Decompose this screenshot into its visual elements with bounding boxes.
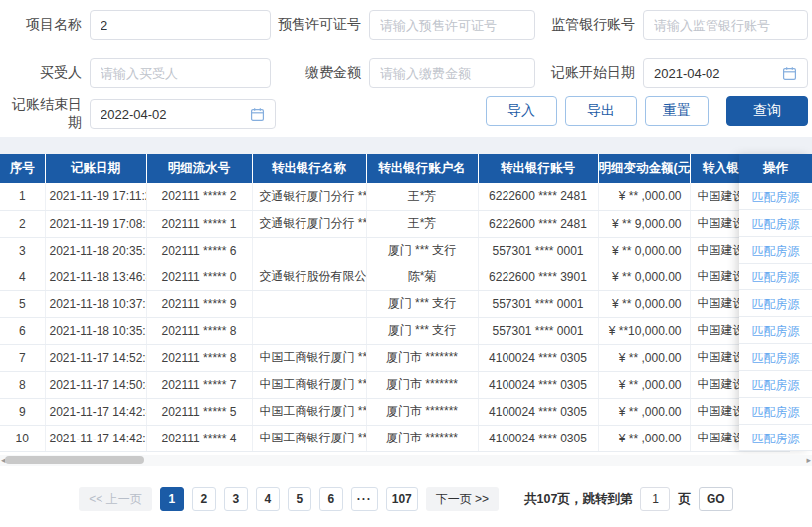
page-button-3[interactable]: 3 bbox=[224, 487, 248, 511]
page-button-6[interactable]: 6 bbox=[319, 487, 343, 511]
cell-serial-no: 202111 ***** 8 bbox=[146, 317, 252, 344]
match-house-link[interactable]: 匹配房源 bbox=[752, 217, 800, 231]
page-button-107[interactable]: 107 bbox=[386, 487, 418, 511]
cell-out-account-no: 557301 **** 0001 bbox=[478, 237, 598, 264]
cell-index: 8 bbox=[0, 371, 45, 398]
match-house-link[interactable]: 匹配房源 bbox=[752, 351, 800, 365]
total-pages-text: 共107页，跳转到第 bbox=[524, 491, 632, 508]
cell-booking-date: 2021-11-18 13:46:40 bbox=[45, 264, 146, 290]
match-house-link[interactable]: 匹配房源 bbox=[752, 297, 800, 311]
page-button-4[interactable]: 4 bbox=[256, 487, 280, 511]
cell-index: 3 bbox=[0, 237, 45, 264]
cell-index: 9 bbox=[0, 398, 45, 425]
cell-amount: ¥ ** 0,000.00 bbox=[598, 237, 690, 264]
cell-out-account-name: 厦门 *** 支行 bbox=[366, 237, 478, 264]
action-cell: 匹配房源 bbox=[739, 210, 812, 237]
match-house-link[interactable]: 匹配房源 bbox=[752, 244, 800, 258]
cell-out-bank-name bbox=[252, 317, 366, 344]
cell-index: 10 bbox=[0, 425, 45, 451]
action-cell: 匹配房源 bbox=[739, 264, 812, 290]
table-row: 12021-11-19 17:11:28202111 ***** 2交通银行厦门… bbox=[0, 183, 789, 210]
payment-amount-input[interactable] bbox=[380, 66, 524, 81]
cell-out-bank-name bbox=[252, 237, 366, 264]
search-button[interactable]: 查询 bbox=[726, 96, 808, 126]
cell-booking-date: 2021-11-17 14:42:15 bbox=[45, 425, 146, 451]
cell-out-account-name: 厦门市 ******* bbox=[366, 371, 478, 398]
table-row: 42021-11-18 13:46:40202111 ***** 0交通银行股份… bbox=[0, 264, 789, 290]
cell-index: 4 bbox=[0, 264, 45, 290]
cell-out-bank-name: 交通银行股份有限公司... bbox=[252, 264, 366, 290]
presale-permit-input[interactable] bbox=[380, 18, 524, 33]
cell-out-account-no: 557301 **** 0001 bbox=[478, 290, 598, 317]
import-button[interactable]: 导入 bbox=[486, 96, 557, 126]
records-table-section: 序号 记账日期 明细流水号 转出银行名称 转出银行账户名 转出银行账号 明细变动… bbox=[0, 154, 812, 466]
col-header-amount: 明细变动金额(元) bbox=[598, 154, 690, 183]
export-button[interactable]: 导出 bbox=[565, 96, 637, 126]
col-header-index: 序号 bbox=[0, 154, 45, 183]
page-button-2[interactable]: 2 bbox=[192, 487, 216, 511]
payment-records-page: 项目名称 预售许可证号 监管银行账号 买受人 缴费金额 记账开始日期 bbox=[0, 0, 812, 527]
project-name-label: 项目名称 bbox=[8, 16, 82, 34]
page-button-1[interactable]: 1 bbox=[160, 487, 184, 511]
calendar-icon[interactable] bbox=[250, 107, 265, 122]
field-presale-permit: 预售许可证号 bbox=[274, 10, 535, 40]
table-header-row: 序号 记账日期 明细流水号 转出银行名称 转出银行账户名 转出银行账号 明细变动… bbox=[0, 154, 789, 183]
match-house-link[interactable]: 匹配房源 bbox=[752, 190, 800, 204]
cell-out-account-name: 厦门市 ******* bbox=[366, 425, 478, 451]
supervision-account-label: 监管银行账号 bbox=[547, 16, 635, 34]
go-button[interactable]: GO bbox=[699, 487, 733, 511]
reset-button[interactable]: 重置 bbox=[645, 96, 709, 126]
cell-out-account-no: 4100024 **** 0305 bbox=[478, 425, 598, 451]
supervision-account-input[interactable] bbox=[654, 18, 797, 33]
cell-serial-no: 202111 ***** 4 bbox=[146, 425, 252, 451]
records-table: 序号 记账日期 明细流水号 转出银行名称 转出银行账户名 转出银行账号 明细变动… bbox=[0, 154, 790, 452]
scroll-right-arrow-icon[interactable]: ▸ bbox=[806, 455, 811, 466]
cell-amount: ¥ ** ,000.00 bbox=[598, 398, 690, 425]
end-date-input[interactable] bbox=[101, 107, 244, 122]
cell-index: 2 bbox=[0, 210, 45, 237]
start-date-input[interactable] bbox=[654, 66, 776, 81]
next-page-button[interactable]: 下一页 >> bbox=[426, 487, 499, 511]
match-house-link[interactable]: 匹配房源 bbox=[752, 378, 800, 392]
project-name-input[interactable] bbox=[101, 18, 260, 33]
cell-out-account-name: 厦门市 ******* bbox=[366, 398, 478, 425]
col-header-out-account-no: 转出银行账号 bbox=[478, 154, 598, 183]
field-end-date: 记账结束日期 bbox=[0, 96, 276, 132]
cell-out-account-no: 4100024 **** 0305 bbox=[478, 371, 598, 398]
scrollbar-thumb[interactable] bbox=[5, 456, 144, 464]
cell-out-bank-name: 中国工商银行厦门 *** bbox=[252, 371, 366, 398]
prev-page-button[interactable]: << 上一页 bbox=[79, 487, 151, 511]
match-house-link[interactable]: 匹配房源 bbox=[752, 432, 800, 445]
buyer-input[interactable] bbox=[101, 66, 260, 81]
cell-out-bank-name: 中国工商银行厦门 *** bbox=[252, 344, 366, 371]
table-row: 32021-11-18 20:35:26202111 ***** 6厦门 ***… bbox=[0, 237, 789, 264]
cell-booking-date: 2021-11-17 14:52:05 bbox=[45, 344, 146, 371]
cell-out-account-no: 6222600 **** 3901 bbox=[478, 264, 598, 290]
cell-out-account-name: 厦门 *** 支行 bbox=[366, 290, 478, 317]
cell-amount: ¥ ** ,000.00 bbox=[598, 344, 690, 371]
cell-serial-no: 202111 ***** 0 bbox=[146, 264, 252, 290]
calendar-icon[interactable] bbox=[782, 66, 797, 81]
match-house-link[interactable]: 匹配房源 bbox=[752, 270, 800, 284]
field-project-name: 项目名称 bbox=[8, 10, 271, 40]
cell-index: 5 bbox=[0, 290, 45, 317]
horizontal-scrollbar[interactable]: ◂ ▸ bbox=[0, 455, 812, 466]
action-cell: 匹配房源 bbox=[739, 290, 812, 317]
cell-booking-date: 2021-11-17 14:50:46 bbox=[45, 371, 146, 398]
pager-ellipsis[interactable]: ··· bbox=[351, 487, 378, 511]
cell-serial-no: 202111 ***** 2 bbox=[146, 183, 252, 210]
cell-out-account-no: 6222600 **** 2481 bbox=[478, 183, 598, 210]
pagination: << 上一页 123456···107 下一页 >> 共107页，跳转到第 页 … bbox=[0, 487, 812, 511]
cell-out-account-name: 陈*菊 bbox=[366, 264, 478, 290]
jump-page-input[interactable] bbox=[640, 487, 670, 511]
cell-amount: ¥ ** ,000.00 bbox=[598, 183, 690, 210]
section-divider bbox=[0, 137, 812, 154]
cell-out-bank-name: 中国工商银行厦门 ***. bbox=[252, 425, 366, 451]
page-button-5[interactable]: 5 bbox=[288, 487, 311, 511]
buyer-label: 买受人 bbox=[8, 64, 82, 82]
match-house-link[interactable]: 匹配房源 bbox=[752, 405, 800, 419]
table-row: 22021-11-19 17:08:52202111 ***** 1交通银行厦门… bbox=[0, 210, 789, 237]
match-house-link[interactable]: 匹配房源 bbox=[752, 324, 800, 338]
col-header-serial-no: 明细流水号 bbox=[146, 154, 252, 183]
col-header-out-account-name: 转出银行账户名 bbox=[366, 154, 478, 183]
